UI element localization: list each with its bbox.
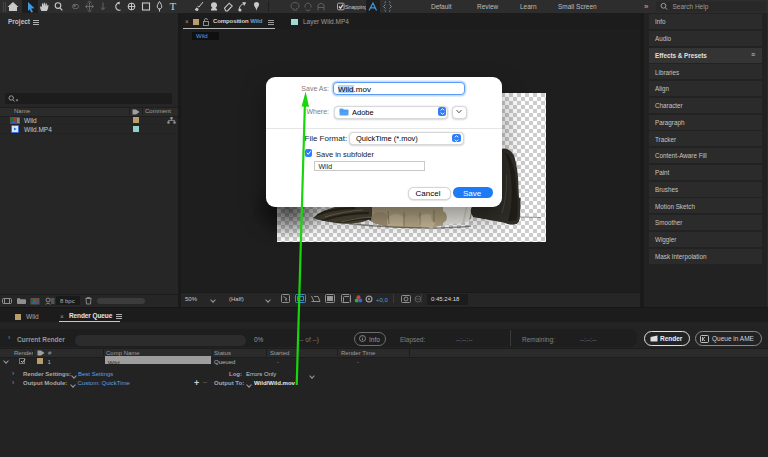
svg-text:Search Help: Search Help xyxy=(673,3,709,11)
svg-text:»: » xyxy=(644,2,649,11)
svg-text:Snapping: Snapping xyxy=(345,4,367,10)
svg-text:+0,0: +0,0 xyxy=(376,297,389,303)
svg-text:Learn: Learn xyxy=(520,3,537,10)
svg-text:Default: Default xyxy=(431,3,452,10)
svg-text:T: T xyxy=(170,0,177,12)
svg-text:Review: Review xyxy=(477,3,499,10)
svg-text:Small Screen: Small Screen xyxy=(558,3,597,10)
